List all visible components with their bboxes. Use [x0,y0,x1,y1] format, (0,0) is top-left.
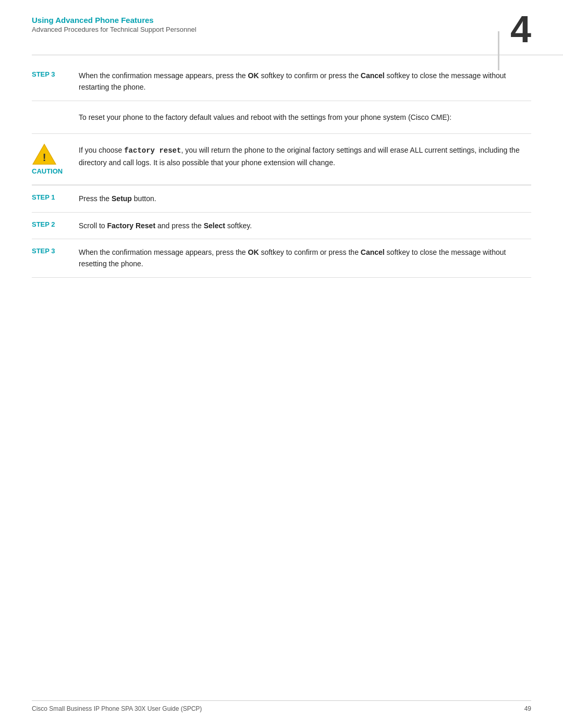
step-3-restart-cancel: Cancel [361,71,385,80]
step-3-restart-text1: When the confirmation message appears, p… [79,71,248,80]
step-3-restart: STEP 3 When the confirmation message app… [32,63,531,101]
caution-text: If you choose factory reset, you will re… [79,143,531,168]
step-2-bold2: Select [204,221,225,230]
footer: Cisco Small Business IP Phone SPA 30X Us… [32,700,531,712]
footer-left-text: Cisco Small Business IP Phone SPA 30X Us… [32,705,202,712]
svg-text:!: ! [43,152,46,163]
step-1-label: STEP 1 [32,193,79,204]
caution-text-before: If you choose [79,146,124,154]
step-3-restart-ok: OK [248,71,259,80]
header: Using Advanced Phone Features Advanced P… [32,16,531,48]
step-3-reset-cancel: Cancel [361,248,385,256]
caution-bold-text: factory reset [124,146,181,155]
step-1-content: Press the Setup button. [79,193,531,204]
footer-page-number: 49 [524,705,531,712]
caution-icon-area: ! CAUTION [32,143,79,175]
step-3-reset-text1: When the confirmation message appears, p… [79,248,248,256]
step-1-bold: Setup [112,194,132,203]
step-1-text1: Press the [79,194,112,203]
step-3-reset-label: STEP 3 [32,246,79,270]
chapter-number: 4 [510,10,531,48]
step-2-bold1: Factory Reset [107,221,155,230]
step-3-reset: STEP 3 When the confirmation message app… [32,239,531,278]
caution-inner: ! CAUTION If you choose factory reset, y… [32,139,531,179]
caution-triangle-icon: ! [32,143,57,165]
caution-top-rule [32,133,531,134]
caution-section: ! CAUTION If you choose factory reset, y… [32,133,531,185]
step-2-text2: and press the [155,221,204,230]
step-1: STEP 1 Press the Setup button. [32,185,531,212]
header-rule [32,55,563,55]
steps-section: STEP 1 Press the Setup button. STEP 2 Sc… [32,185,531,278]
step-3-restart-text2: softkey to confirm or press the [259,71,361,80]
main-content: STEP 3 When the confirmation message app… [32,63,531,278]
step-2-text1: Scroll to [79,221,107,230]
header-left: Using Advanced Phone Features Advanced P… [32,16,197,33]
step-3-reset-text2: softkey to confirm or press the [259,248,361,256]
step-3-restart-content: When the confirmation message appears, p… [79,70,531,93]
caution-label: CAUTION [32,167,63,175]
chapter-subtitle: Advanced Procedures for Technical Suppor… [32,26,197,33]
page-container: Using Advanced Phone Features Advanced P… [0,0,563,728]
step-2: STEP 2 Scroll to Factory Reset and press… [32,213,531,239]
caution-bottom-rule [32,184,531,185]
step-2-content: Scroll to Factory Reset and press the Se… [79,220,531,231]
step-3-reset-content: When the confirmation message appears, p… [79,246,531,270]
chapter-title: Using Advanced Phone Features [32,16,197,24]
step-2-label: STEP 2 [32,220,79,231]
factory-reset-intro: To reset your phone to the factory defau… [32,101,531,133]
step-3-restart-label: STEP 3 [32,70,79,93]
step-2-text3: softkey. [225,221,252,230]
step-1-text2: button. [132,194,156,203]
factory-reset-intro-text: To reset your phone to the factory defau… [79,113,451,121]
step-3-reset-ok: OK [248,248,259,256]
